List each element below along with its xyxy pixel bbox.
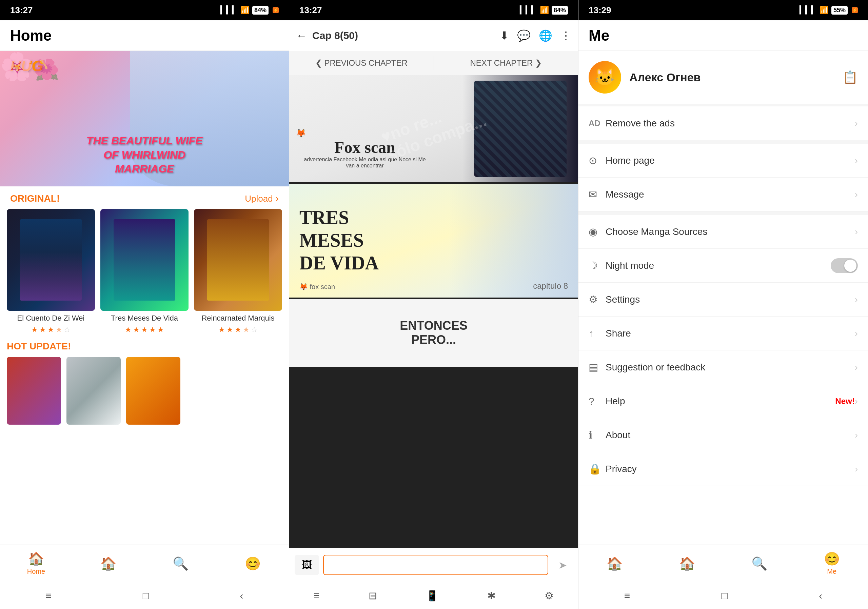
menu-help[interactable]: ? Help New! › — [578, 384, 868, 418]
reader-page-2: TRESMESESDE VIDA 🦊 fox scan capitulo 8 — [289, 184, 578, 299]
manga-title-1: El Cuento De Zi Wei — [7, 314, 95, 323]
battery-reader: 84% — [552, 6, 568, 15]
nav-me-profile[interactable]: 😊 Me — [815, 552, 849, 575]
time-me: 13:29 — [589, 5, 611, 15]
manga-stars-2: ★★★★★ — [100, 325, 189, 334]
help-icon: ? — [589, 396, 606, 407]
chapters-btn[interactable]: ⊟ — [369, 590, 377, 601]
night-mode-toggle[interactable] — [831, 258, 858, 273]
about-label: About — [606, 430, 855, 441]
hot-card-3[interactable] — [126, 357, 180, 425]
me-header: Me — [578, 20, 868, 51]
page-3-text: ENTONCESPERO... — [400, 318, 467, 347]
globe-icon[interactable]: 🌐 — [539, 29, 552, 42]
reader-home-btn[interactable]: 📱 — [426, 590, 439, 601]
nav-home[interactable]: 🏠 Home — [19, 552, 53, 575]
nav-me-search[interactable]: 🔍 — [742, 556, 777, 571]
me-profile: 🐱 Алекс Огнев 📋 — [578, 51, 868, 107]
home-banner: HUG 🌸 🌺 THE BEAUTIFUL WIFEOF WHIRLWINDMA… — [0, 51, 289, 186]
profile-edit-button[interactable]: 📋 — [843, 70, 858, 84]
notch-icon: ⚡ — [273, 7, 279, 13]
home-btn-home[interactable]: □ — [143, 590, 149, 601]
menu-privacy[interactable]: 🔒 Privacy › — [578, 452, 868, 486]
original-section-header: ORIGINAL! Upload › — [0, 186, 289, 209]
menu-message[interactable]: ✉ Message › — [578, 178, 868, 212]
menu-share[interactable]: ↑ Share › — [578, 317, 868, 351]
menu-home-page[interactable]: ⊙ Home page › — [578, 144, 868, 178]
banner-title-area: THE BEAUTIFUL WIFEOF WHIRLWINDMARRIAGE — [0, 134, 289, 176]
reader-page-3: ENTONCESPERO... — [289, 299, 578, 367]
reader-page-1: ♥no re...sólo compa... 🦊 Fox scan advert… — [289, 75, 578, 184]
brightness-btn[interactable]: ✱ — [487, 590, 496, 601]
manga-stars-1: ★★★★☆ — [7, 325, 95, 334]
message-label: Message — [606, 189, 855, 200]
manga-cover-1 — [7, 209, 95, 311]
next-chapter-btn[interactable]: NEXT CHAPTER ❯ — [434, 58, 578, 68]
home-btn-me[interactable]: □ — [722, 590, 728, 601]
menu-night-mode[interactable]: ☽ Night mode — [578, 249, 868, 283]
back-btn-home[interactable]: ‹ — [240, 590, 243, 601]
toggle-knob — [844, 260, 857, 272]
phone-me: 13:29 ▎▎▎ 📶 55% ⚡ Me 🐱 Алекс Огнев 📋 AD … — [578, 0, 868, 609]
status-bar-me: 13:29 ▎▎▎ 📶 55% ⚡ — [578, 0, 868, 20]
wifi-icon-me: 📶 — [820, 6, 829, 15]
upload-link[interactable]: Upload › — [245, 193, 279, 204]
fox-scan-logo-area: 🦊 Fox scan advertencia Facebook Me odia … — [296, 128, 434, 169]
username: Алекс Огнев — [629, 71, 834, 84]
manga-cover-3 — [194, 209, 282, 311]
prev-chapter-btn[interactable]: ❮ PREVIOUS CHAPTER — [289, 58, 434, 68]
chat-icon[interactable]: 💬 — [517, 29, 531, 42]
chevron-settings: › — [855, 294, 858, 305]
gallery-icon: 🖼 — [302, 559, 312, 571]
download-icon[interactable]: ⬇ — [500, 29, 509, 42]
signal-icon-me: ▎▎▎ — [800, 6, 817, 15]
settings-btn-reader[interactable]: ⚙ — [544, 590, 554, 601]
menu-btn-reader[interactable]: ≡ — [314, 590, 320, 601]
battery-home: 84% — [252, 6, 268, 15]
settings-icon: ⚙ — [589, 294, 606, 305]
manga-card-1[interactable]: El Cuento De Zi Wei ★★★★☆ — [7, 209, 95, 334]
menu-about[interactable]: ℹ About › — [578, 418, 868, 452]
hot-card-2[interactable] — [67, 357, 121, 425]
night-mode-icon: ☽ — [589, 260, 606, 272]
chevron-ads: › — [855, 118, 858, 129]
reader-content: ♥no re...sólo compa... 🦊 Fox scan advert… — [289, 75, 578, 548]
manga-card-3[interactable]: Reincarnated Marquis ★★★★☆ — [194, 209, 282, 334]
manga-card-2[interactable]: Tres Meses De Vida ★★★★★ — [100, 209, 189, 334]
night-mode-label: Night mode — [606, 260, 831, 271]
chevron-about: › — [855, 430, 858, 441]
settings-label: Settings — [606, 294, 855, 305]
back-btn-me[interactable]: ‹ — [819, 590, 822, 601]
nav-library[interactable]: 🏠 — [91, 556, 126, 571]
chapter-title: Cap 8(50) — [312, 30, 494, 41]
menu-suggestion[interactable]: ▤ Suggestion or feedback › — [578, 351, 868, 384]
hot-title: HOT UPDATE! — [7, 341, 282, 352]
nav-search[interactable]: 🔍 — [164, 556, 198, 571]
hot-card-1[interactable] — [7, 357, 61, 425]
signal-icon: ▎▎▎ — [220, 6, 238, 15]
nav-profile[interactable]: 😊 — [236, 556, 270, 571]
system-nav-me: ≡ □ ‹ — [578, 582, 868, 609]
menu-btn-me[interactable]: ≡ — [624, 590, 630, 601]
reader-bottom-bar: 🖼 ➤ — [289, 548, 578, 582]
menu-choose-manga-sources[interactable]: ◉ Choose Manga Sources › — [578, 215, 868, 249]
menu-remove-ads[interactable]: AD Remove the ads › — [578, 107, 868, 140]
nav-me-home[interactable]: 🏠 — [598, 556, 632, 571]
back-button-reader[interactable]: ← — [296, 29, 307, 42]
send-button[interactable]: ➤ — [552, 555, 573, 575]
phone-reader: 13:27 ▎▎▎ 📶 84% ← Cap 8(50) ⬇ 💬 🌐 ⋮ ❮ PR… — [289, 0, 578, 609]
gallery-button[interactable]: 🖼 — [294, 555, 319, 575]
menu-settings[interactable]: ⚙ Settings › — [578, 283, 868, 317]
menu-btn-home[interactable]: ≡ — [45, 590, 51, 601]
ad-icon: AD — [589, 119, 606, 128]
chevron-manga-sources: › — [855, 226, 858, 237]
user-avatar: 🐱 — [589, 61, 621, 94]
wifi-icon: 📶 — [240, 6, 250, 15]
nav-me-library[interactable]: 🏠 — [670, 556, 704, 571]
status-icons-home: ▎▎▎ 📶 84% ⚡ — [220, 6, 279, 15]
send-icon: ➤ — [558, 559, 567, 571]
manga-cover-2 — [100, 209, 189, 311]
more-icon[interactable]: ⋮ — [561, 29, 571, 42]
comment-input[interactable] — [323, 555, 548, 575]
manga-stars-3: ★★★★☆ — [194, 325, 282, 334]
